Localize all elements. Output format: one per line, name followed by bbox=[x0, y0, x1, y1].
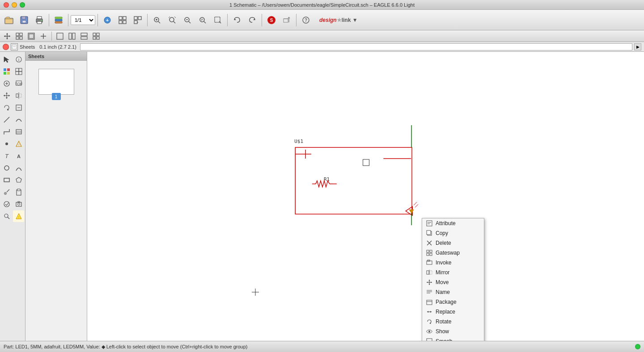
ctx-invoke[interactable]: Invoke bbox=[422, 258, 484, 268]
svg-marker-93 bbox=[6, 97, 8, 99]
text-button[interactable]: T bbox=[1, 150, 12, 162]
svg-rect-66 bbox=[81, 37, 87, 39]
svg-line-114 bbox=[7, 189, 9, 192]
svg-rect-65 bbox=[81, 33, 87, 36]
zoom-fit-button[interactable] bbox=[165, 13, 179, 27]
rotate-button[interactable] bbox=[1, 102, 12, 113]
zoom-area-button[interactable] bbox=[211, 13, 225, 27]
wire-button[interactable] bbox=[1, 126, 12, 138]
svg-point-26 bbox=[169, 17, 174, 22]
copy-icon bbox=[426, 230, 433, 237]
svg-rect-55 bbox=[20, 33, 22, 36]
save-button[interactable] bbox=[17, 13, 31, 27]
arc2-button[interactable] bbox=[13, 162, 24, 174]
net-button[interactable] bbox=[115, 13, 130, 27]
tb2-move[interactable] bbox=[2, 32, 13, 41]
svg-text:i: i bbox=[18, 58, 19, 62]
poly-button[interactable] bbox=[13, 174, 24, 186]
net-tool-button[interactable] bbox=[13, 66, 24, 77]
circle-button[interactable] bbox=[1, 162, 12, 174]
mirror-button[interactable] bbox=[13, 90, 24, 101]
move-tool-button[interactable] bbox=[1, 90, 12, 101]
close-button[interactable] bbox=[4, 2, 9, 8]
svg-rect-1 bbox=[5, 18, 13, 24]
ctx-name[interactable]: Name bbox=[422, 287, 484, 297]
package-icon bbox=[426, 298, 433, 306]
zoom-combo[interactable]: 1/1 1/2 2/1 bbox=[71, 15, 95, 25]
add-button[interactable] bbox=[1, 78, 12, 89]
rect-button[interactable] bbox=[1, 174, 12, 186]
maximize-button[interactable] bbox=[20, 2, 25, 8]
paste-button[interactable] bbox=[13, 186, 24, 198]
svg-text:+: + bbox=[106, 17, 109, 23]
tb2-layout3[interactable] bbox=[79, 32, 89, 41]
ctx-copy[interactable]: Copy bbox=[422, 228, 484, 238]
tb2-group[interactable] bbox=[26, 32, 37, 41]
sheet-thumbnail[interactable]: 1 bbox=[38, 65, 74, 92]
tb2-cross[interactable] bbox=[38, 32, 49, 41]
redo-button[interactable] bbox=[245, 13, 259, 27]
tb2-layout2[interactable] bbox=[67, 32, 77, 41]
svg-text:?: ? bbox=[305, 18, 307, 23]
bus-button[interactable] bbox=[13, 126, 24, 138]
undo-button[interactable] bbox=[230, 13, 244, 27]
layers-button[interactable] bbox=[51, 13, 66, 27]
ctx-smash[interactable]: Smash bbox=[422, 336, 484, 341]
mirror-icon bbox=[426, 269, 433, 276]
zoom-in-button[interactable] bbox=[150, 13, 164, 27]
smash-button[interactable] bbox=[13, 102, 24, 113]
drc-button[interactable] bbox=[1, 198, 12, 210]
minimize-button[interactable] bbox=[12, 2, 17, 8]
ctx-rotate[interactable]: Rotate bbox=[422, 317, 484, 327]
arc-tool-button[interactable] bbox=[13, 114, 24, 126]
add-part-button[interactable]: + bbox=[100, 13, 114, 27]
cam-button[interactable] bbox=[13, 198, 24, 210]
zoom-tool-button[interactable] bbox=[1, 210, 12, 222]
canvas[interactable]: U$1 R1 bbox=[87, 52, 644, 341]
tb2-select-all[interactable] bbox=[14, 32, 25, 41]
line-tool-button[interactable] bbox=[1, 114, 12, 126]
ctx-show[interactable]: Show bbox=[422, 327, 484, 336]
junction-button[interactable] bbox=[131, 13, 145, 27]
ctx-mirror[interactable]: Mirror bbox=[422, 268, 484, 277]
ctx-package[interactable]: Package bbox=[422, 297, 484, 307]
ctx-move[interactable]: Move bbox=[422, 277, 484, 287]
junction-dot-button[interactable] bbox=[1, 138, 12, 150]
erc2-button[interactable]: ! bbox=[13, 138, 24, 150]
svg-line-34 bbox=[204, 21, 206, 23]
ctx-gateswap[interactable]: Gateswap bbox=[422, 248, 484, 258]
open-folder-button[interactable] bbox=[2, 13, 16, 27]
ctx-delete[interactable]: Delete bbox=[422, 238, 484, 248]
svg-rect-11 bbox=[55, 17, 62, 19]
erc-button[interactable] bbox=[280, 13, 294, 27]
toolbar-secondary bbox=[0, 30, 644, 42]
tb2-layout4[interactable] bbox=[91, 32, 102, 41]
svg-line-121 bbox=[7, 203, 8, 205]
info-tool-button[interactable]: i bbox=[13, 54, 24, 65]
infobar-close[interactable] bbox=[3, 44, 9, 50]
scroll-right[interactable]: ▶ bbox=[634, 43, 641, 50]
print-button[interactable] bbox=[32, 13, 47, 27]
tool-row bbox=[1, 126, 24, 138]
layer-color-button[interactable] bbox=[1, 66, 12, 77]
select-tool-button[interactable] bbox=[1, 54, 12, 65]
svg-marker-113 bbox=[16, 177, 21, 182]
tb2-layout1[interactable] bbox=[55, 32, 65, 41]
svg-rect-83 bbox=[16, 71, 19, 75]
stop-button[interactable]: S bbox=[264, 13, 279, 27]
ctx-attribute[interactable]: Attribute bbox=[422, 218, 484, 228]
route-button[interactable]: TOP bbox=[13, 78, 24, 89]
ctx-replace[interactable]: Replace bbox=[422, 307, 484, 317]
cut-tool-button[interactable] bbox=[1, 186, 12, 198]
svg-rect-78 bbox=[7, 68, 10, 71]
svg-rect-140 bbox=[427, 253, 429, 256]
design-link-logo[interactable]: design★link ▼ bbox=[319, 17, 358, 23]
help-button[interactable]: ? bbox=[299, 13, 313, 27]
separator6 bbox=[262, 14, 262, 26]
warning-button[interactable]: ! bbox=[13, 210, 24, 222]
zoom-out-button[interactable] bbox=[180, 13, 195, 27]
zoom-prev-button[interactable]: P bbox=[195, 13, 210, 27]
label-button[interactable]: A bbox=[13, 150, 24, 162]
svg-rect-20 bbox=[134, 21, 137, 24]
sheets-header-label: Sheets bbox=[28, 54, 44, 59]
